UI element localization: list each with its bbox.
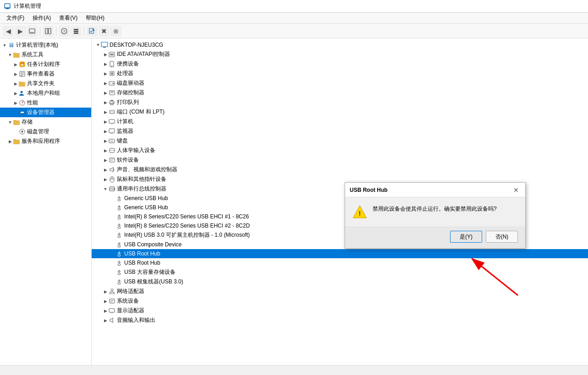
toolbar-sep-3 (84, 27, 84, 36)
sidebar-item-task-scheduler[interactable]: ▶ ⏰ 任务计划程序 (0, 60, 91, 69)
device-usb-mass[interactable]: ▶ USB 大容量存储设备 (92, 267, 588, 277)
svg-text:?: ? (63, 29, 65, 34)
arrow-icon: ▶ (103, 308, 108, 314)
arrow-icon (13, 110, 18, 115)
disk-icon (18, 128, 26, 136)
services-icon (13, 138, 20, 145)
sidebar-item-shared-folders[interactable]: ▶ 共享文件夹 (0, 79, 91, 88)
device-usb-root-hub-1[interactable]: ▶ USB Root Hub (92, 249, 588, 258)
svg-point-50 (111, 112, 112, 113)
audio-icon (108, 317, 115, 324)
svg-rect-86 (111, 312, 113, 313)
device-sound[interactable]: ▶ 声音、视频和游戏控制器 (92, 165, 588, 174)
device-printer[interactable]: ▶ 打印队列 (92, 98, 588, 107)
sidebar-item-system-tools[interactable]: ▼ 系统工具 (0, 50, 91, 60)
arrow-icon: ▶ (110, 214, 115, 219)
ide-icon (108, 51, 115, 58)
device-software[interactable]: ▶ 软件设备 (92, 155, 588, 165)
dialog-yes-button[interactable]: 是(Y) (450, 231, 482, 243)
svg-rect-52 (109, 120, 115, 123)
menu-action[interactable]: 操作(A) (29, 13, 55, 23)
device-network[interactable]: ▶ 网络适配器 (92, 287, 588, 296)
sidebar-label: 本地用户和组 (27, 89, 60, 97)
device-display[interactable]: ▶ 显示适配器 (92, 306, 588, 315)
arrow-icon: ▶ (103, 90, 108, 96)
view-button[interactable] (71, 26, 82, 37)
svg-point-65 (113, 150, 114, 151)
sidebar-item-disk-management[interactable]: 磁盘管理 (0, 127, 91, 136)
device-storage-ctrl[interactable]: ▶ 存储控制器 (92, 88, 588, 98)
device-usb-root-hub-2[interactable]: ▶ USB Root Hub (92, 258, 588, 267)
sidebar-label: 任务计划程序 (27, 60, 60, 68)
device-monitor[interactable]: ▶ 监视器 (92, 126, 588, 136)
forward-button[interactable]: ▶ (15, 26, 26, 37)
sidebar-item-local-users[interactable]: ▶ 本地用户和组 (0, 88, 91, 98)
device-usb-root-hub-3[interactable]: ▶ USB 根集线器(USB 3.0) (92, 277, 588, 287)
svg-rect-2 (5, 7, 10, 8)
svg-rect-75 (111, 289, 113, 290)
arrow-icon: ▶ (103, 100, 108, 105)
arrow-icon: ▶ (103, 52, 108, 57)
sidebar-item-performance[interactable]: ▶ 性能 (0, 98, 91, 108)
dialog-close-button[interactable]: ✕ (511, 185, 521, 195)
usb-root-hub-dialog: USB Root Hub ✕ ! 禁用此设备会使其停止运行。确实要禁用此设备吗?… (345, 182, 526, 249)
sidebar-label: 事件查看器 (27, 70, 55, 78)
users-icon (18, 90, 26, 97)
portable-icon (108, 60, 115, 68)
back-button[interactable]: ◀ (3, 26, 14, 37)
dialog-title-bar: USB Root Hub ✕ (345, 183, 525, 197)
sidebar-item-services-apps[interactable]: ▶ 服务和应用程序 (0, 136, 91, 146)
svg-rect-47 (113, 102, 114, 103)
svg-point-51 (113, 112, 114, 113)
svg-rect-34 (110, 54, 114, 55)
showhide-tree-button[interactable] (43, 26, 54, 37)
status-bar (0, 365, 588, 375)
performance-icon (18, 99, 26, 107)
sidebar-item-event-viewer[interactable]: ▶ 事件查看器 (0, 69, 91, 79)
device-disk[interactable]: ▶ 磁盘驱动器 (92, 78, 588, 88)
dialog-no-button[interactable]: 否(N) (486, 231, 518, 243)
sidebar-label: 磁盘管理 (27, 128, 49, 136)
arrow-icon: ▶ (110, 223, 115, 228)
menu-view[interactable]: 查看(V) (55, 13, 81, 23)
usb-device-icon (115, 195, 123, 202)
up-button[interactable] (27, 26, 38, 37)
sidebar-item-device-manager[interactable]: 设备管理器 (0, 108, 91, 117)
svg-marker-69 (110, 167, 113, 172)
storage-icon (13, 119, 20, 126)
arrow-icon: ▶ (13, 100, 18, 106)
device-ide[interactable]: ▶ IDE ATA/ATAPI控制器 (92, 49, 588, 59)
title-bar: 计算机管理 (0, 0, 588, 13)
arrow-icon: ▼ (7, 52, 13, 58)
arrow-icon (13, 129, 18, 135)
cancel-button[interactable]: ⊗ (110, 26, 121, 37)
menu-bar: 文件(F) 操作(A) 查看(V) 帮助(H) (0, 13, 588, 24)
device-hid[interactable]: ▶ 人体学输入设备 (92, 146, 588, 155)
device-com-lpt[interactable]: ▶ 端口 (COM 和 LPT) (92, 107, 588, 117)
device-system[interactable]: ▶ 系统设备 (92, 296, 588, 306)
svg-rect-32 (102, 46, 107, 47)
svg-point-29 (21, 131, 23, 133)
svg-rect-30 (101, 42, 108, 47)
refresh-button[interactable]: ✖ (99, 26, 110, 37)
device-processor[interactable]: ▶ 处理器 (92, 69, 588, 78)
app-icon (4, 3, 11, 10)
arrow-icon: ▶ (103, 299, 108, 304)
help-button[interactable]: ? (59, 26, 70, 37)
export-button[interactable] (87, 26, 98, 37)
sidebar-item-storage[interactable]: ▼ 存储 (0, 117, 91, 127)
arrow-icon: ▶ (110, 270, 115, 275)
storage-ctrl-icon (108, 89, 115, 97)
device-computer[interactable]: ▶ 计算机 (92, 117, 588, 126)
device-tree-root[interactable]: ▼ DESKTOP-NJEU3CG (92, 40, 588, 49)
device-keyboard[interactable]: ▶ 键盘 (92, 136, 588, 146)
device-portable[interactable]: ▶ 便携设备 (92, 59, 588, 69)
menu-help[interactable]: 帮助(H) (82, 13, 108, 23)
sidebar-item-computer-management[interactable]: ▼ 🖥 计算机管理(本地) (0, 40, 91, 50)
menu-file[interactable]: 文件(F) (3, 13, 28, 23)
monitor-icon (108, 128, 115, 135)
svg-text:⏰: ⏰ (20, 62, 24, 66)
sidebar-label: 系统工具 (22, 51, 44, 59)
device-audio[interactable]: ▶ 音频输入和输出 (92, 315, 588, 325)
svg-rect-82 (110, 299, 115, 303)
